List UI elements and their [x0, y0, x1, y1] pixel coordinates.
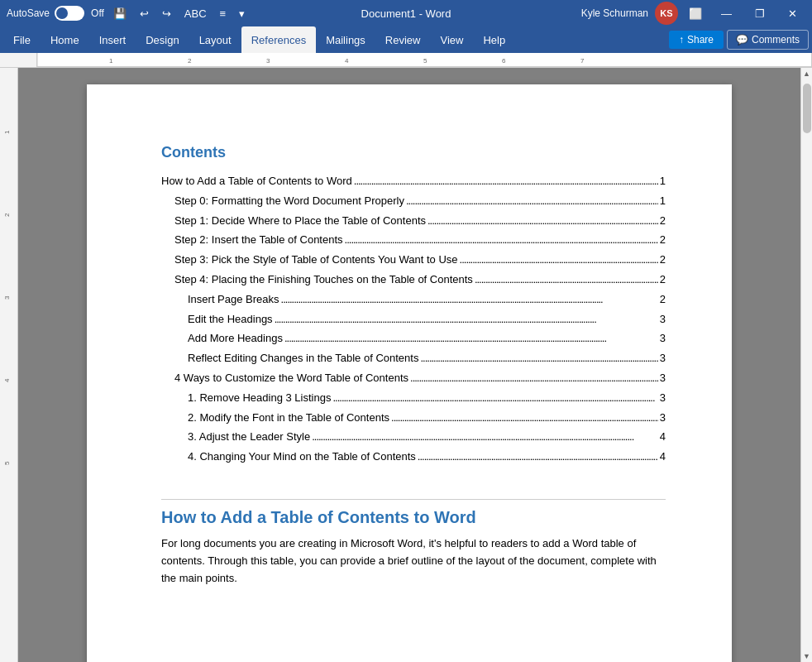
toc-entries: How to Add a Table of Contents to Word 1…	[161, 173, 666, 466]
toc-page-14: 4	[660, 429, 666, 446]
toc-dots-1	[354, 173, 658, 190]
tab-view[interactable]: View	[430, 26, 473, 53]
minimize-button[interactable]: —	[713, 0, 740, 26]
scroll-thumb[interactable]	[803, 84, 811, 133]
tab-insert[interactable]: Insert	[89, 26, 136, 53]
toc-dots-8	[275, 311, 658, 329]
svg-text:2: 2	[3, 213, 11, 217]
main-area: 1 2 3 4 5 Contents How to Add a Table of…	[0, 68, 812, 662]
toc-dots-6	[475, 271, 658, 289]
scroll-up-button[interactable]: ▲	[801, 68, 813, 79]
toc-dots-11	[410, 370, 658, 387]
autosave-label: AutoSave	[7, 7, 50, 19]
svg-text:1: 1	[3, 130, 11, 134]
customize-button[interactable]: ▾	[235, 6, 249, 22]
ribbon-tabs: File Home Insert Design Layout Reference…	[0, 26, 812, 53]
svg-text:3: 3	[266, 57, 270, 65]
redo-button[interactable]: ↪	[158, 6, 175, 22]
toc-text-8: Edit the Headings	[188, 311, 273, 329]
avatar-initials: KS	[660, 8, 672, 18]
share-button[interactable]: ↑ Share	[669, 31, 724, 49]
tab-design[interactable]: Design	[136, 26, 189, 53]
autosave-toggle[interactable]	[55, 6, 84, 21]
toc-entry-12[interactable]: 1. Remove Heading 3 Listings 3	[188, 390, 666, 407]
tab-review[interactable]: Review	[375, 26, 431, 53]
scroll-down-button[interactable]: ▼	[801, 650, 813, 662]
toc-text-10: Reflect Editing Changes in the Table of …	[188, 350, 418, 367]
toc-text-5: Step 3: Pick the Style of Table of Conte…	[174, 252, 458, 269]
toc-dots-13	[391, 410, 658, 427]
tab-mailings[interactable]: Mailings	[316, 26, 375, 53]
toc-dots-4	[345, 232, 658, 249]
toc-page-11: 3	[660, 370, 666, 387]
avatar[interactable]: KS	[655, 2, 678, 25]
toc-entry-1[interactable]: How to Add a Table of Contents to Word 1	[161, 173, 666, 190]
scroll-track[interactable]	[801, 79, 812, 650]
toc-page-8: 3	[660, 311, 666, 329]
toc-entry-4[interactable]: Step 2: Insert the Table of Contents 2	[174, 232, 666, 249]
toc-entry-5[interactable]: Step 3: Pick the Style of Table of Conte…	[174, 252, 666, 269]
toc-entry-13[interactable]: 2. Modify the Font in the Table of Conte…	[188, 410, 666, 427]
toc-page-6: 2	[660, 271, 666, 289]
toc-entry-8[interactable]: Edit the Headings 3	[188, 311, 666, 329]
title-bar: AutoSave Off 💾 ↩ ↪ ABC ≡ ▾ Document1 - W…	[0, 0, 812, 26]
undo-button[interactable]: ↩	[136, 6, 153, 22]
comments-icon: 💬	[736, 34, 748, 46]
comments-button[interactable]: 💬 Comments	[727, 30, 809, 50]
toc-page-10: 3	[660, 350, 666, 367]
user-name: Kyle Schurman	[581, 7, 648, 19]
toc-dots-5	[460, 252, 658, 269]
toc-text-6: Step 4: Placing the Finishing Touches on…	[174, 271, 473, 289]
toc-text-3: Step 1: Decide Where to Place the Table …	[174, 213, 426, 230]
share-label: Share	[687, 34, 714, 46]
toc-entry-11[interactable]: 4 Ways to Customize the Word Table of Co…	[174, 370, 666, 387]
toc-page-4: 2	[660, 232, 666, 249]
toc-page-12: 3	[660, 390, 666, 407]
title-bar-center: Document1 - Word	[273, 7, 539, 20]
toc-entry-15[interactable]: 4. Changing Your Mind on the Table of Co…	[188, 449, 666, 466]
comments-label: Comments	[752, 34, 800, 46]
toc-page-1: 1	[660, 173, 666, 190]
toc-entry-2[interactable]: Step 0: Formatting the Word Document Pro…	[174, 193, 666, 210]
svg-text:2: 2	[188, 57, 192, 65]
toc-text-1: How to Add a Table of Contents to Word	[161, 173, 352, 190]
ribbon-display-button[interactable]: ⬜	[685, 6, 706, 22]
toc-text-9: Add More Headings	[188, 330, 283, 348]
toc-page-9: 3	[660, 330, 666, 348]
ruler-bar: 1 2 3 4 5 6 7	[36, 53, 812, 67]
toc-text-13: 2. Modify the Font in the Table of Conte…	[188, 410, 389, 427]
tab-layout[interactable]: Layout	[189, 26, 241, 53]
right-scrollbar: ▲ ▼	[800, 68, 812, 662]
close-button[interactable]: ✕	[780, 0, 805, 26]
toc-dots-7	[281, 291, 658, 309]
autosave-state: Off	[91, 7, 104, 19]
toc-entry-6[interactable]: Step 4: Placing the Finishing Touches on…	[174, 271, 666, 289]
toc-dots-3	[427, 213, 658, 230]
tab-help[interactable]: Help	[473, 26, 515, 53]
svg-text:5: 5	[3, 461, 11, 465]
document-title: Document1 - Word	[361, 7, 451, 20]
wordcount-button[interactable]: ≡	[216, 6, 231, 22]
left-ruler: 1 2 3 4 5	[0, 68, 18, 662]
toc-entry-3[interactable]: Step 1: Decide Where to Place the Table …	[174, 213, 666, 230]
toc-text-14: 3. Adjust the Leader Style	[188, 429, 310, 446]
spellcheck-button[interactable]: ABC	[180, 6, 211, 22]
ribbon-tab-right: ↑ Share 💬 Comments	[669, 30, 809, 50]
svg-text:6: 6	[502, 57, 506, 65]
restore-button[interactable]: ❐	[747, 0, 773, 26]
ruler-svg: 1 2 3 4 5 6 7	[37, 53, 811, 67]
tab-file[interactable]: File	[3, 26, 41, 53]
save-button[interactable]: 💾	[109, 6, 131, 22]
toc-entry-14[interactable]: 3. Adjust the Leader Style 4	[188, 429, 666, 446]
tab-references[interactable]: References	[241, 26, 316, 53]
svg-text:4: 4	[3, 378, 11, 382]
left-ruler-svg: 1 2 3 4 5	[0, 68, 18, 662]
toc-text-2: Step 0: Formatting the Word Document Pro…	[174, 193, 404, 210]
title-bar-right: Kyle Schurman KS ⬜ — ❐ ✕	[539, 0, 805, 26]
document-area[interactable]: Contents How to Add a Table of Contents …	[18, 68, 800, 662]
toc-entry-10[interactable]: Reflect Editing Changes in the Table of …	[188, 350, 666, 367]
toc-entry-7[interactable]: Insert Page Breaks 2	[188, 291, 666, 309]
toc-entry-9[interactable]: Add More Headings 3	[188, 330, 666, 348]
toc-dots-2	[406, 193, 658, 210]
tab-home[interactable]: Home	[41, 26, 89, 53]
